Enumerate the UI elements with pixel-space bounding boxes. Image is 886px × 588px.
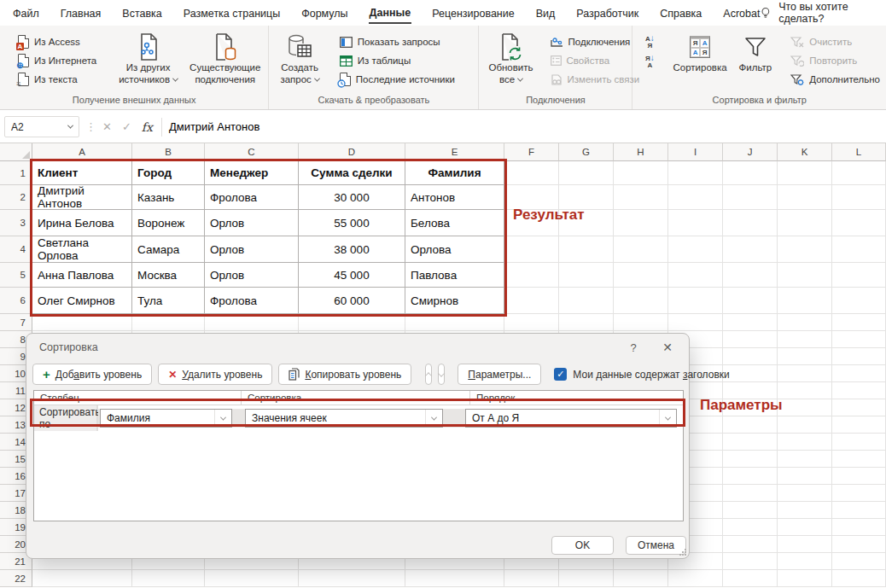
- recent-sources-button[interactable]: Последние источники: [335, 70, 459, 89]
- options-button[interactable]: Параметры...: [458, 364, 541, 385]
- row-header-4[interactable]: 4: [0, 236, 32, 263]
- column-header-K[interactable]: K: [778, 143, 832, 161]
- row-header-3[interactable]: 3: [0, 210, 32, 236]
- sheet-cell-A5[interactable]: Анна Павлова: [32, 263, 132, 288]
- sheet-cell-E3[interactable]: Белова: [405, 210, 504, 236]
- menu-tab-9[interactable]: Разработчик: [575, 3, 639, 23]
- formula-input[interactable]: Дмитрий Антонов: [169, 120, 260, 133]
- close-icon[interactable]: ✕: [656, 338, 679, 357]
- menu-tab-7[interactable]: Рецензирование: [431, 3, 516, 23]
- sheet-cell-E2[interactable]: Антонов: [405, 185, 504, 210]
- select-all-corner[interactable]: [0, 143, 32, 161]
- sheet-cell-C5[interactable]: Орлов: [205, 263, 299, 288]
- cancel-button[interactable]: Отмена: [626, 536, 686, 555]
- help-icon[interactable]: ?: [622, 338, 644, 357]
- ok-button[interactable]: OK: [551, 536, 614, 555]
- column-header-E[interactable]: E: [405, 143, 504, 161]
- resize-grip[interactable]: [679, 548, 686, 556]
- column-header-C[interactable]: C: [205, 143, 299, 161]
- column-header-I[interactable]: I: [668, 143, 723, 161]
- refresh-all-button[interactable]: Обновить все: [482, 26, 539, 93]
- row-header-7[interactable]: 7: [0, 314, 32, 331]
- sheet-cell-D2[interactable]: 30 000: [299, 185, 405, 210]
- sheet-cell-A6[interactable]: Олег Смирнов: [32, 288, 132, 314]
- from-access-button[interactable]: A Из Access: [14, 32, 101, 51]
- menu-tab-3[interactable]: Вставка: [121, 3, 162, 23]
- confirm-entry-icon[interactable]: ✓: [122, 120, 131, 133]
- menu-tab-11[interactable]: Acrobat: [722, 3, 761, 23]
- menu-tab-4[interactable]: Разметка страницы: [183, 3, 281, 23]
- from-table-button[interactable]: Из таблицы: [335, 51, 459, 70]
- row-header-1[interactable]: 1: [0, 161, 32, 185]
- sheet-cell-A1[interactable]: Клиент: [32, 161, 132, 185]
- from-web-button[interactable]: ⊕ Из Интернета: [14, 51, 101, 70]
- sheet-cell-C1[interactable]: Менеджер: [205, 161, 299, 185]
- from-text-button[interactable]: ≡ Из текста: [14, 70, 101, 89]
- sheet-cell-E1[interactable]: Фамилия: [405, 161, 504, 185]
- delete-level-button[interactable]: ✕ Удалить уровень: [158, 364, 272, 385]
- sheet-cell-E4[interactable]: Орлова: [405, 236, 504, 263]
- menu-tab-5[interactable]: Формулы: [300, 3, 348, 23]
- sort-column-dropdown[interactable]: Фамилия: [100, 409, 232, 428]
- sheet-cell-C2[interactable]: Фролова: [205, 185, 299, 210]
- sheet-cell-B2[interactable]: Казань: [132, 185, 205, 210]
- sheet-cell-D4[interactable]: 38 000: [299, 236, 405, 263]
- column-header-J[interactable]: J: [723, 143, 778, 161]
- menu-tab-2[interactable]: Главная: [60, 3, 102, 23]
- show-queries-button[interactable]: Показать запросы: [335, 32, 459, 51]
- sort-order-dropdown[interactable]: От А до Я: [465, 409, 677, 428]
- sheet-cell-B3[interactable]: Воронеж: [132, 210, 205, 236]
- column-header-D[interactable]: D: [299, 143, 405, 161]
- sheet-cell-D6[interactable]: 60 000: [299, 288, 405, 314]
- menu-tab-10[interactable]: Справка: [659, 3, 702, 23]
- row-header-6[interactable]: 6: [0, 288, 32, 314]
- sheet-cell-E6[interactable]: Смирнов: [405, 288, 504, 314]
- sheet-cell-A3[interactable]: Ирина Белова: [32, 210, 132, 236]
- menu-tab-8[interactable]: Вид: [535, 3, 557, 23]
- new-query-button[interactable]: Создать запрос: [274, 26, 324, 93]
- copy-level-button[interactable]: Копировать уровень: [278, 364, 411, 385]
- sheet-cell-C6[interactable]: Фролова: [205, 288, 299, 314]
- sort-desc-button[interactable]: Я↓А: [638, 55, 662, 69]
- sheet-cell-B1[interactable]: Город: [132, 161, 205, 185]
- column-header-H[interactable]: H: [614, 143, 668, 161]
- name-box[interactable]: A2: [4, 116, 79, 137]
- column-header-B[interactable]: B: [132, 143, 205, 161]
- move-level-down-button[interactable]: [438, 364, 445, 385]
- sheet-cell-D3[interactable]: 55 000: [299, 210, 405, 236]
- sheet-cell-C3[interactable]: Орлов: [205, 210, 299, 236]
- column-header-A[interactable]: A: [32, 143, 132, 161]
- sort-asc-button[interactable]: А↓Я: [638, 35, 662, 49]
- sheet-cell-D1[interactable]: Сумма сделки: [299, 161, 405, 185]
- sheet-cell-E5[interactable]: Павлова: [405, 263, 504, 288]
- column-header-F[interactable]: F: [504, 143, 559, 161]
- row-header-5[interactable]: 5: [0, 263, 32, 288]
- sheet-cell-A4[interactable]: Светлана Орлова: [32, 236, 132, 263]
- menu-tab-6[interactable]: Данные: [369, 2, 412, 24]
- menu-tab-1[interactable]: Файл: [12, 3, 40, 23]
- my-data-has-headers-checkbox[interactable]: ✓ Мои данные содержат заголовки: [554, 368, 729, 381]
- tell-me[interactable]: Что вы хотите сделать?: [761, 1, 877, 25]
- advanced-filter-button[interactable]: Дополнительно: [786, 70, 884, 89]
- sheet-cell-D5[interactable]: 45 000: [299, 263, 405, 288]
- row-header-22[interactable]: 22: [0, 570, 32, 587]
- other-sources-button[interactable]: Из других источников: [113, 26, 184, 93]
- column-header-L[interactable]: L: [832, 143, 886, 161]
- sort-button[interactable]: ЯААЯ Сортировка: [667, 26, 732, 93]
- connections-button[interactable]: Подключения: [546, 32, 644, 51]
- column-header-G[interactable]: G: [559, 143, 614, 161]
- dropdown-chevron-icon: [659, 410, 676, 427]
- sheet-cell-A2[interactable]: Дмитрий Антонов: [32, 185, 132, 210]
- row-header-2[interactable]: 2: [0, 185, 32, 210]
- cancel-entry-icon[interactable]: ✕: [102, 120, 112, 133]
- sheet-cell-B6[interactable]: Тула: [132, 288, 205, 314]
- sheet-cell-B5[interactable]: Москва: [132, 263, 205, 288]
- add-level-button[interactable]: + Добавить уровень: [32, 364, 152, 385]
- sort-on-dropdown[interactable]: Значения ячеек: [245, 409, 443, 428]
- insert-function-icon[interactable]: fx: [142, 120, 153, 134]
- existing-connections-button[interactable]: Существующие подключения: [184, 26, 266, 93]
- sheet-cell-B4[interactable]: Самара: [132, 236, 205, 263]
- filter-button[interactable]: Фильтр: [733, 26, 778, 93]
- sheet-cell-C4[interactable]: Орлов: [205, 236, 299, 263]
- move-level-up-button[interactable]: [425, 364, 432, 385]
